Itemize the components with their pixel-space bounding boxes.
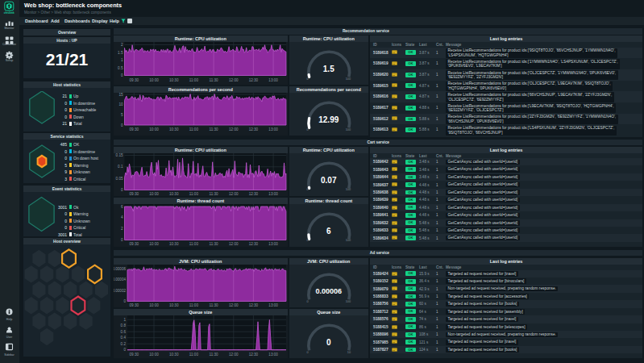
- svg-text:11:00: 11:00: [189, 303, 199, 307]
- svg-text:0.5: 0.5: [118, 66, 123, 70]
- svg-text:12:00: 12:00: [229, 303, 239, 307]
- svg-text:13:00: 13:00: [268, 191, 278, 195]
- svg-text:12:30: 12:30: [249, 353, 259, 357]
- svg-text:11:00: 11:00: [189, 353, 199, 357]
- svg-text:0.00004: 0.00004: [114, 277, 126, 282]
- svg-text:10:00: 10:00: [149, 191, 159, 195]
- svg-text:0.00002: 0.00002: [114, 289, 126, 293]
- svg-text:Sidebar: Sidebar: [4, 353, 15, 357]
- svg-text:0.2: 0.2: [121, 342, 127, 346]
- svg-text:Monitor: Monitor: [5, 27, 15, 30]
- svg-text:15: 15: [118, 93, 123, 97]
- svg-text:0: 0: [123, 348, 126, 352]
- svg-text:10:30: 10:30: [169, 78, 179, 82]
- svg-text:12:00: 12:00: [229, 191, 239, 195]
- svg-text:11:30: 11:30: [210, 78, 219, 82]
- svg-text:0.05: 0.05: [116, 176, 123, 180]
- svg-text:10:30: 10:30: [169, 191, 179, 195]
- svg-text:11:30: 11:30: [210, 241, 219, 245]
- svg-text:0.1: 0.1: [118, 165, 123, 169]
- svg-text:09:30: 09:30: [130, 127, 139, 131]
- svg-text:12:30: 12:30: [249, 241, 259, 245]
- svg-text:10:00: 10:00: [149, 353, 159, 357]
- svg-text:13:00: 13:00: [268, 241, 278, 245]
- svg-text:13:00: 13:00: [268, 127, 278, 131]
- svg-text:10:00: 10:00: [149, 78, 159, 82]
- svg-text:10:30: 10:30: [169, 127, 179, 131]
- svg-text:5: 5: [121, 113, 123, 117]
- svg-text:10:30: 10:30: [169, 303, 179, 307]
- svg-text:0: 0: [121, 73, 123, 77]
- svg-text:12:00: 12:00: [229, 353, 239, 357]
- svg-text:1: 1: [123, 318, 126, 322]
- svg-text:11:30: 11:30: [210, 127, 219, 131]
- svg-text:12:30: 12:30: [249, 303, 259, 307]
- svg-text:1.5: 1.5: [118, 51, 123, 55]
- svg-text:10: 10: [118, 102, 123, 106]
- svg-text:12:00: 12:00: [229, 78, 239, 82]
- svg-text:2: 2: [121, 43, 123, 47]
- svg-text:10:00: 10:00: [149, 303, 159, 307]
- svg-text:0.00006: 0.00006: [114, 267, 126, 271]
- svg-text:0: 0: [121, 238, 123, 242]
- svg-text:11:30: 11:30: [210, 353, 219, 357]
- svg-text:13:00: 13:00: [268, 303, 278, 307]
- svg-text:13:00: 13:00: [268, 78, 278, 82]
- svg-text:13:00: 13:00: [268, 353, 278, 357]
- svg-text:0.6: 0.6: [121, 330, 127, 334]
- svg-text:6: 6: [121, 204, 123, 208]
- svg-text:User: User: [6, 336, 13, 339]
- svg-text:11:00: 11:00: [189, 241, 199, 245]
- svg-text:12:30: 12:30: [249, 78, 259, 82]
- svg-text:11:00: 11:00: [189, 127, 199, 131]
- svg-text:0: 0: [121, 123, 123, 127]
- svg-text:10:00: 10:00: [149, 241, 159, 245]
- svg-text:11:00: 11:00: [189, 78, 199, 82]
- svg-text:12:30: 12:30: [249, 191, 259, 195]
- svg-text:11:30: 11:30: [210, 303, 219, 307]
- svg-text:checkmk: checkmk: [4, 11, 15, 15]
- svg-text:0: 0: [121, 188, 123, 192]
- svg-text:0.8: 0.8: [121, 323, 127, 328]
- svg-text:12:00: 12:00: [229, 241, 239, 245]
- svg-text:11:30: 11:30: [210, 191, 219, 195]
- svg-text:0: 0: [123, 299, 126, 303]
- svg-text:10:30: 10:30: [169, 241, 179, 245]
- svg-text:09:30: 09:30: [130, 241, 139, 245]
- svg-text:12:30: 12:30: [249, 127, 259, 131]
- svg-text:0.4: 0.4: [121, 336, 127, 340]
- svg-text:11:00: 11:00: [189, 191, 199, 195]
- svg-text:10:00: 10:00: [149, 127, 159, 131]
- svg-text:12:00: 12:00: [229, 127, 239, 131]
- svg-text:10:30: 10:30: [169, 353, 179, 357]
- svg-text:09:30: 09:30: [130, 303, 139, 307]
- svg-text:2: 2: [121, 227, 123, 231]
- svg-text:09:30: 09:30: [130, 191, 139, 195]
- svg-text:4: 4: [121, 215, 123, 219]
- svg-text:Customize: Customize: [2, 43, 16, 46]
- svg-text:09:30: 09:30: [130, 353, 139, 357]
- svg-text:Setup: Setup: [6, 59, 13, 62]
- svg-text:Help: Help: [6, 318, 12, 321]
- svg-text:1: 1: [121, 58, 123, 62]
- svg-text:09:30: 09:30: [130, 78, 139, 82]
- svg-text:0.15: 0.15: [116, 153, 123, 157]
